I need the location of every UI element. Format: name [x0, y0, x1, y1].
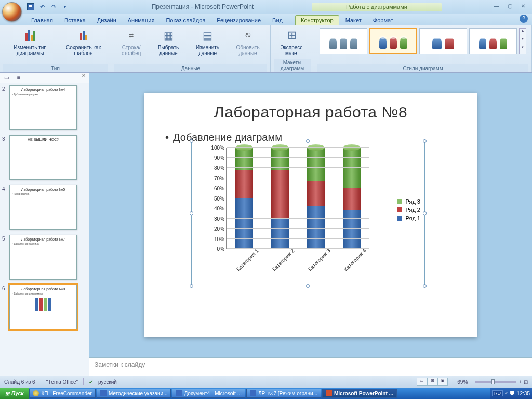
quick-access-toolbar: ↶ ↷ ▼	[26, 2, 70, 11]
legend-swatch-icon	[397, 199, 402, 204]
notes-pane[interactable]: Заметки к слайду	[89, 357, 532, 376]
tab-review[interactable]: Рецензирование	[211, 16, 266, 25]
taskbar-item-active[interactable]: Microsoft PowerPoint ...	[322, 389, 397, 398]
chart-plot: Категория 1Категория 2Категория 3Категор…	[226, 148, 369, 249]
tab-chart-layout[interactable]: Макет	[340, 16, 367, 25]
tray-icon[interactable]: ⛊	[510, 391, 515, 396]
undo-button[interactable]: ↶	[37, 2, 47, 11]
slide-thumbnail[interactable]: Лабораторная работа №7 • Добавление табл…	[9, 235, 77, 280]
legend-item: Ряд 1	[397, 215, 420, 221]
help-button[interactable]: ?	[520, 15, 528, 23]
scroll-down-icon[interactable]: ▼	[520, 37, 526, 45]
taskbar-item[interactable]: ЛР_№7 [Режим ограни...	[246, 389, 321, 398]
table-edit-icon: ▤	[200, 27, 216, 44]
scroll-up-icon[interactable]: ▲	[520, 29, 526, 37]
powerpoint-icon	[326, 390, 332, 396]
switch-icon: ⇄	[123, 27, 140, 44]
tab-view[interactable]: Вид	[267, 16, 288, 25]
resize-handle[interactable]	[190, 139, 193, 143]
refresh-data-button[interactable]: 🗘 Обновить данные	[229, 26, 267, 57]
slideshow-view-button[interactable]: ▣	[437, 378, 448, 386]
office-button[interactable]	[2, 2, 22, 22]
slide-canvas-wrap: Лабораторная работа №8 • Добавление диаг…	[89, 73, 532, 357]
resize-handle[interactable]	[423, 139, 427, 143]
tab-animation[interactable]: Анимация	[123, 16, 160, 25]
app-icon	[33, 390, 39, 396]
ribbon-group-type: Изменить тип диаграммы Сохранить как шаб…	[0, 25, 111, 72]
style-gallery-scroll[interactable]: ▲▼▾	[519, 28, 526, 54]
outline-tab[interactable]: ≡	[13, 73, 24, 83]
slide-canvas[interactable]: Лабораторная работа №8 • Добавление диаг…	[144, 93, 477, 337]
qat-customize[interactable]: ▼	[60, 2, 70, 11]
thumb-number: 5	[2, 235, 7, 242]
slide-thumbnail[interactable]: Лабораторная работа №4 • Добавление рису…	[9, 85, 77, 130]
tab-slideshow[interactable]: Показ слайдов	[161, 16, 210, 25]
legend-item: Ряд 3	[397, 198, 420, 205]
tab-chart-format[interactable]: Формат	[368, 16, 398, 25]
zoom-level[interactable]: 69%	[457, 379, 468, 385]
bar-chart-icon	[22, 27, 38, 44]
thumb-number: 2	[2, 85, 7, 92]
save-button[interactable]	[26, 2, 35, 11]
tab-insert[interactable]: Вставка	[59, 16, 91, 25]
fit-to-window-button[interactable]: ⊡	[524, 379, 528, 385]
resize-handle[interactable]	[306, 139, 310, 143]
chart-style-3[interactable]	[419, 28, 467, 54]
slides-tab[interactable]: ▭	[0, 73, 13, 83]
chart-style-1[interactable]	[320, 28, 367, 54]
ribbon-group-layouts: ⊞ Экспресс-макет Макеты диаграмм	[271, 25, 314, 72]
zoom-slider[interactable]	[475, 381, 516, 383]
clock[interactable]: 12:35	[517, 391, 530, 396]
tab-design[interactable]: Дизайн	[92, 16, 122, 25]
tab-chart-design[interactable]: Конструктор	[295, 15, 339, 25]
resize-handle[interactable]	[306, 284, 310, 288]
zoom-thumb[interactable]	[491, 379, 495, 384]
minimize-button[interactable]: —	[490, 3, 502, 10]
save-as-template-button[interactable]: Сохранить как шаблон	[59, 26, 108, 57]
word-icon	[176, 390, 182, 396]
start-button[interactable]: ⊞Пуск	[0, 388, 29, 399]
resize-handle[interactable]	[423, 284, 427, 288]
slides-panel-tabs: ▭ ≡ ✕	[0, 73, 89, 83]
slide-thumbnail[interactable]: Лабораторная работа №5 • Гиперссылка	[9, 185, 77, 230]
slide-title[interactable]: Лабораторная работа №8	[165, 103, 456, 121]
sorter-view-button[interactable]: ⊞	[427, 378, 437, 386]
word-icon	[100, 390, 107, 396]
language-indicator[interactable]: русский	[98, 379, 117, 385]
chart-style-4[interactable]	[469, 28, 517, 54]
normal-view-button[interactable]: ▭	[417, 378, 427, 386]
theme-name: "Тema Office"	[46, 379, 78, 385]
zoom-out-button[interactable]: −	[470, 379, 473, 385]
chart-object[interactable]: Категория 1Категория 2Категория 3Категор…	[191, 141, 425, 286]
change-chart-type-button[interactable]: Изменить тип диаграммы	[3, 26, 57, 57]
tray-expand-icon[interactable]: «	[505, 391, 508, 396]
quick-layout-button[interactable]: ⊞ Экспресс-макет	[274, 26, 311, 57]
resize-handle[interactable]	[423, 211, 427, 215]
contextual-tab-title: Работа с диаграммами	[312, 3, 442, 11]
switch-row-column-button[interactable]: ⇄ Строка/столбец	[114, 26, 148, 57]
taskbar-item[interactable]: КП - FreeCommander	[29, 389, 95, 398]
windows-taskbar: ⊞Пуск КП - FreeCommander Методические ук…	[0, 388, 532, 399]
scroll-more-icon[interactable]: ▾	[520, 45, 526, 54]
edit-data-button[interactable]: ▤ Изменить данные	[189, 26, 227, 57]
slide-thumbnail[interactable]: НЕ ВЫШЛИ НОС?	[9, 135, 77, 180]
resize-handle[interactable]	[190, 211, 193, 215]
resize-handle[interactable]	[190, 284, 193, 288]
ribbon-tabs: Главная Вставка Дизайн Анимация Показ сл…	[0, 14, 532, 25]
redo-button[interactable]: ↷	[49, 2, 58, 11]
panel-close-button[interactable]: ✕	[78, 73, 89, 83]
close-button[interactable]: ✕	[517, 3, 529, 10]
taskbar-item[interactable]: Документ4 - Microsoft ...	[172, 389, 245, 398]
chart-style-2[interactable]	[369, 28, 417, 54]
tab-home[interactable]: Главная	[26, 16, 58, 25]
legend-swatch-icon	[397, 207, 402, 212]
taskbar-item[interactable]: Методические указани...	[97, 389, 171, 398]
thumb-number: 4	[2, 185, 7, 192]
slide-thumbnail[interactable]: Лабораторная работа №8 • Добавление диаг…	[9, 285, 77, 329]
select-data-button[interactable]: ▦ Выбрать данные	[150, 26, 186, 57]
zoom-in-button[interactable]: +	[518, 379, 522, 385]
restore-button[interactable]: ▢	[504, 3, 515, 10]
spellcheck-icon[interactable]: ✔	[89, 379, 93, 385]
refresh-icon: 🗘	[240, 27, 256, 44]
language-bar[interactable]: RU	[492, 390, 503, 396]
